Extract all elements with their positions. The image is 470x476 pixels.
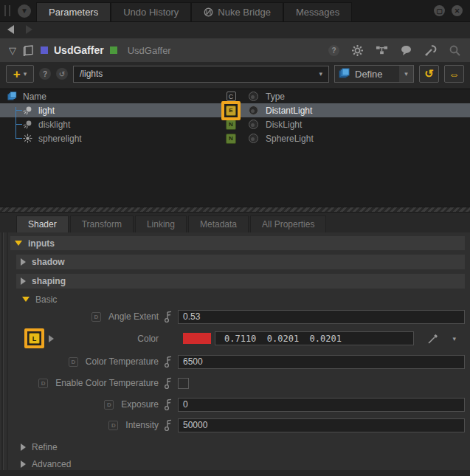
tab-transform[interactable]: Transform <box>70 215 134 232</box>
eyedropper-icon[interactable] <box>427 333 439 345</box>
edit-column-header[interactable]: C <box>227 92 236 101</box>
search-icon[interactable] <box>449 44 461 57</box>
intensity-input[interactable]: 50000 <box>178 418 465 432</box>
tree-connector-line <box>15 107 16 139</box>
section-refine[interactable]: Refine <box>0 441 470 453</box>
tab-messages[interactable]: Messages <box>283 2 352 21</box>
section-shaping[interactable]: shaping <box>16 274 465 289</box>
type-column-header[interactable]: Type <box>266 92 470 102</box>
comment-icon[interactable] <box>400 44 412 57</box>
forward-icon[interactable] <box>26 25 32 34</box>
color-options-caret[interactable]: ▾ <box>452 335 456 342</box>
panel-groove <box>1 232 4 470</box>
annotation-highlight-edit-badge: E <box>221 101 241 120</box>
angle-extent-input[interactable]: 0.53 <box>178 310 465 324</box>
param-label: Color <box>137 334 159 344</box>
define-caret[interactable]: ▾ <box>399 66 413 82</box>
float-pane-icon[interactable]: ▢ <box>434 5 445 16</box>
param-color: L Color 0.7110 0.0201 0.0201 ▾ <box>0 328 470 349</box>
close-pane-icon[interactable]: ✕ <box>452 5 463 16</box>
stack-cube-icon <box>7 92 17 101</box>
section-inputs[interactable]: inputs <box>10 236 465 250</box>
root-path-value: /lights <box>80 69 103 79</box>
splitter-handle[interactable] <box>0 207 470 213</box>
light-type: DiskLight <box>266 120 470 130</box>
fcurve-icon[interactable] <box>159 419 178 432</box>
refresh-icon: ↺ <box>424 67 434 80</box>
light-row-light[interactable]: light E DistantLight <box>0 103 470 117</box>
light-type: DistantLight <box>266 106 470 116</box>
collapse-node-icon[interactable]: ▽ <box>9 45 16 56</box>
color-temperature-input[interactable]: 6500 <box>178 355 465 369</box>
fcurve-icon[interactable] <box>159 311 178 323</box>
local-state-badge[interactable]: L <box>29 333 40 344</box>
mute-toggle-icon[interactable] <box>249 106 258 115</box>
section-basic[interactable]: Basic <box>0 293 470 306</box>
edit-state-badge[interactable]: E <box>226 106 236 116</box>
gear-icon[interactable] <box>351 44 364 57</box>
back-icon[interactable] <box>7 25 14 34</box>
param-label: Color Temperature <box>86 356 159 367</box>
edit-state-badge[interactable]: N <box>226 134 236 144</box>
define-dropdown[interactable]: Define ▾ <box>334 65 414 83</box>
chevron-down-icon: ▾ <box>24 70 27 77</box>
param-enable-color-temperature: D Enable Color Temperature <box>0 375 470 391</box>
node-graph-icon[interactable] <box>376 44 388 57</box>
pane-tab-bar: ▼ Parameters Undo History Nuke Bridge Me… <box>0 0 470 22</box>
pane-menu-button[interactable]: ▼ <box>18 4 31 18</box>
expand-color-icon[interactable] <box>49 335 54 342</box>
tree-branch-stub <box>16 138 22 139</box>
wrench-icon[interactable] <box>424 44 437 57</box>
panel-groove <box>7 232 8 470</box>
param-exposure: D Exposure 0 <box>0 397 470 412</box>
param-label: Angle Extent <box>108 311 159 322</box>
collapsed-triangle-icon <box>21 277 26 285</box>
param-intensity: D Intensity 50000 <box>0 418 470 432</box>
mute-column-header-icon[interactable] <box>249 92 258 101</box>
param-label: Intensity <box>125 420 159 430</box>
edit-state-badge[interactable]: N <box>226 120 236 130</box>
node-header: ▽ UsdGaffer UsdGaffer ? <box>0 38 470 62</box>
path-dropdown-icon[interactable]: ▾ <box>319 70 322 77</box>
light-type: SphereLight <box>266 134 470 144</box>
light-name: light <box>38 106 55 116</box>
tab-linking[interactable]: Linking <box>135 215 187 232</box>
default-state-badge[interactable]: D <box>104 400 114 410</box>
root-path-input[interactable]: /lights ▾ <box>73 66 329 83</box>
pane-drag-handle[interactable] <box>4 5 10 16</box>
mute-toggle-icon[interactable] <box>249 134 258 143</box>
refresh-button[interactable]: ↺ <box>419 65 439 83</box>
enable-color-temperature-checkbox[interactable] <box>178 378 189 389</box>
tab-parameters[interactable]: Parameters <box>36 2 111 21</box>
color-values-input[interactable]: 0.7110 0.0201 0.0201 <box>215 331 414 345</box>
sync-button[interactable]: ⇔ <box>444 65 464 83</box>
add-item-button[interactable]: + ▾ <box>6 65 34 83</box>
color-swatch[interactable] <box>183 333 211 344</box>
tab-undo-history[interactable]: Undo History <box>111 2 191 21</box>
default-state-badge[interactable]: D <box>91 312 101 322</box>
node-subtitle: UsdGaffer <box>128 45 171 56</box>
node-color-swatch <box>41 46 48 54</box>
default-state-badge[interactable]: D <box>38 379 48 388</box>
default-state-badge[interactable]: D <box>108 421 118 430</box>
fcurve-icon[interactable] <box>159 356 178 368</box>
fcurve-icon[interactable] <box>159 399 178 411</box>
section-shadow[interactable]: shadow <box>16 255 465 269</box>
section-advanced[interactable]: Advanced <box>0 458 470 470</box>
help-icon[interactable]: ? <box>328 45 339 56</box>
toolbar-help-icon[interactable]: ? <box>39 68 51 80</box>
tab-all-properties[interactable]: All Properties <box>250 215 326 232</box>
tree-branch-stub <box>16 110 22 111</box>
mute-toggle-icon[interactable] <box>249 120 258 129</box>
node-title: UsdGaffer <box>54 44 104 56</box>
fcurve-icon[interactable] <box>159 377 178 390</box>
light-row-spherelight[interactable]: spherelight N SphereLight <box>0 131 470 145</box>
tab-nuke-bridge[interactable]: Nuke Bridge <box>191 2 283 21</box>
tab-shader[interactable]: Shader <box>16 215 69 232</box>
default-state-badge[interactable]: D <box>69 357 78 367</box>
notebook-icon <box>22 45 35 56</box>
exposure-input[interactable]: 0 <box>178 398 465 412</box>
reset-icon[interactable]: ↺ <box>56 68 68 80</box>
name-column-header[interactable]: Name <box>23 92 46 102</box>
tab-metadata[interactable]: Metadata <box>188 215 249 232</box>
